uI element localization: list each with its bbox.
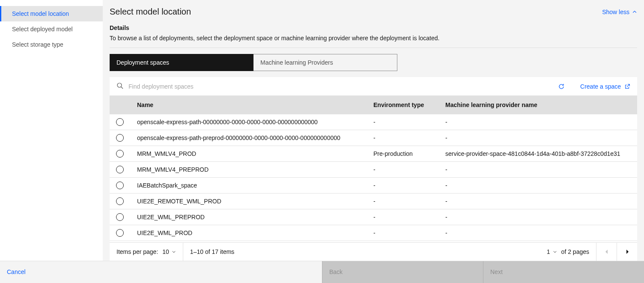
sidebar-item-select-deployed-model[interactable]: Select deployed model [0,21,103,37]
items-per-page-select[interactable]: 10 [162,248,176,255]
tab-deployment-spaces[interactable]: Deployment spaces [110,54,253,71]
sidebar-item-select-model-location[interactable]: Select model location [0,6,103,21]
tab-label: Machine learning Providers [260,59,333,66]
col-header-env[interactable]: Environment type [367,95,438,114]
next-label: Next [490,268,503,275]
show-less-toggle[interactable]: Show less [602,9,637,15]
cell-provider: - [438,178,637,194]
pagination-bar: Items per page: 10 1–10 of 17 items 1 [110,242,637,261]
cancel-label: Cancel [7,268,26,275]
create-space-label: Create a space [580,83,621,90]
search-icon [116,82,123,90]
cell-name: openscale-express-path-preprod-00000000-… [130,130,367,146]
cell-env: - [367,130,438,146]
pages-text: of 2 pages [561,248,589,255]
cell-env: - [367,194,438,209]
cell-provider: - [438,209,637,225]
table-row[interactable]: UIE2E_WML_PROD-- [110,225,637,241]
col-header-select [110,95,130,114]
wizard-footer: Cancel Back Next [0,261,644,283]
details-heading: Details [110,24,637,31]
cell-env: - [367,209,438,225]
page-title: Select model location [110,7,191,17]
row-radio[interactable] [116,213,124,221]
next-button[interactable]: Next [483,261,644,283]
page-value: 1 [547,248,550,255]
create-space-link[interactable]: Create a space [573,83,630,90]
table-row[interactable]: IAEBatchSpark_space-- [110,178,637,194]
prev-page-button[interactable] [596,243,617,261]
range-text: 1–10 of 17 items [190,248,235,255]
col-header-provider[interactable]: Machine learning provider name [438,95,637,114]
tab-label: Deployment spaces [116,59,169,66]
cell-provider: - [438,162,637,178]
cell-name: UIE2E_WML_PREPROD [130,209,367,225]
sidebar-item-label: Select model location [12,10,69,17]
cell-provider: - [438,225,637,241]
chevron-down-icon [553,250,557,254]
search-input[interactable] [128,83,549,90]
back-label: Back [329,268,343,275]
launch-icon [624,83,630,89]
cell-name: UIE2E_REMOTE_WML_PROD [130,194,367,209]
row-radio[interactable] [116,166,124,173]
row-radio[interactable] [116,182,124,189]
items-per-page-value: 10 [162,248,169,255]
cell-env: - [367,178,438,194]
chevron-up-icon [632,9,637,15]
table-row[interactable]: openscale-express-path-preprod-00000000-… [110,130,637,146]
row-radio[interactable] [116,118,124,126]
wizard-sidebar: Select model location Select deployed mo… [0,0,103,261]
svg-line-1 [121,87,123,89]
back-button[interactable]: Back [322,261,483,283]
table-row[interactable]: openscale-express-path-00000000-0000-000… [110,114,637,130]
location-tabs: Deployment spaces Machine learning Provi… [110,54,637,71]
table-row[interactable]: MRM_WMLV4_PRODPre-productionservice-prov… [110,146,637,162]
table-row[interactable]: MRM_WMLV4_PREPROD-- [110,162,637,178]
cancel-button[interactable]: Cancel [0,261,322,283]
refresh-button[interactable] [555,83,568,90]
cell-env: - [367,162,438,178]
cell-name: MRM_WMLV4_PROD [130,146,367,162]
sidebar-item-label: Select storage type [12,41,63,48]
cell-name: UIE2E_WML_PROD [130,225,367,241]
content-area: Select model location Show less Details … [103,0,644,261]
items-per-page-label: Items per page: [116,248,158,255]
chevron-down-icon [172,250,176,254]
row-radio[interactable] [116,150,124,158]
page-select[interactable]: 1 [547,248,557,255]
caret-right-icon [626,249,629,254]
cell-env: Pre-production [367,146,438,162]
table-row[interactable]: UIE2E_REMOTE_WML_PROD-- [110,194,637,209]
col-header-name[interactable]: Name [130,95,367,114]
tab-ml-providers[interactable]: Machine learning Providers [253,54,397,71]
cell-name: MRM_WMLV4_PREPROD [130,162,367,178]
cell-name: IAEBatchSpark_space [130,178,367,194]
row-radio[interactable] [116,134,124,142]
cell-name: openscale-express-path-00000000-0000-000… [130,114,367,130]
cell-env: - [367,225,438,241]
deployment-spaces-table: Create a space Name Environment type Mac… [110,77,637,261]
cell-env: - [367,114,438,130]
svg-point-0 [117,83,122,87]
cell-provider: - [438,194,637,209]
refresh-icon [558,83,565,90]
show-less-label: Show less [602,9,629,15]
row-radio[interactable] [116,229,124,237]
caret-left-icon [605,249,608,254]
cell-provider: - [438,114,637,130]
details-text: To browse a list of deployments, select … [110,35,637,48]
table-row[interactable]: UIE2E_WML_PREPROD-- [110,209,637,225]
sidebar-item-label: Select deployed model [12,26,73,33]
next-page-button[interactable] [617,243,637,261]
row-radio[interactable] [116,197,124,205]
cell-provider: - [438,130,637,146]
cell-provider: service-provider-space-481c0844-1d4a-401… [438,146,637,162]
sidebar-item-select-storage-type[interactable]: Select storage type [0,37,103,52]
